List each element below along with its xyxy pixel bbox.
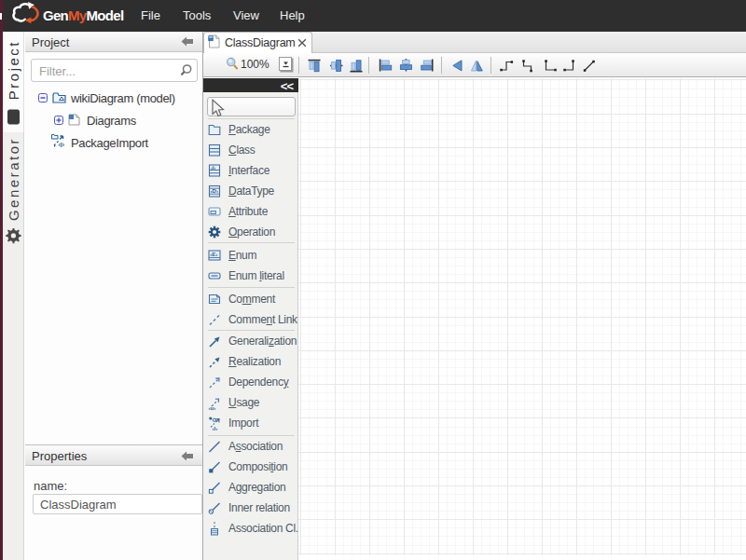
- svg-text:‹D›: ‹D›: [211, 188, 218, 194]
- svg-text:‹I›: ‹I›: [59, 142, 65, 148]
- svg-text:‹I›: ‹I›: [211, 164, 215, 170]
- svg-text:‹E›: ‹E›: [210, 252, 217, 257]
- svg-text:‹u›: ‹u›: [209, 405, 216, 411]
- svg-text:‹I›: ‹I›: [213, 426, 218, 430]
